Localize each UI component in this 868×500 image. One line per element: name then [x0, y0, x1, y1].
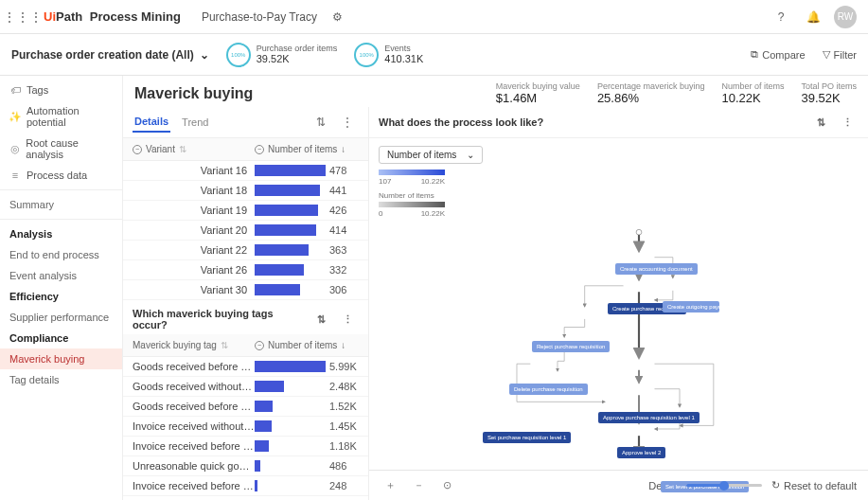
process-node[interactable]: Create accounting document: [615, 263, 698, 275]
table-row[interactable]: Goods received before PO ...5.99K: [123, 357, 368, 377]
col-tag[interactable]: Maverick buying tag: [133, 340, 217, 350]
row-label: Variant 30: [133, 284, 255, 295]
avatar[interactable]: RW: [834, 6, 857, 28]
process-node[interactable]: Delete purchase requisition: [509, 384, 588, 395]
sort-icon[interactable]: ⇅: [809, 111, 832, 134]
process-node[interactable]: Set purchase requisition level 1: [483, 432, 571, 443]
sort-down-icon[interactable]: ↓: [341, 144, 345, 154]
table-row[interactable]: Variant 19426: [123, 201, 368, 221]
kpi-donut-label: Purchase order items: [257, 45, 338, 54]
compare-button[interactable]: ⧉ Compare: [751, 48, 805, 61]
sidebar-group-head: Analysis: [0, 223, 122, 244]
row-value: 1.45K: [326, 420, 359, 432]
sidebar-icon: ✨: [9, 111, 21, 123]
filter-label: Filter: [834, 49, 857, 61]
kpi-bar: Purchase order creation date (All) ⌄ 100…: [0, 34, 868, 76]
sidebar-subitem[interactable]: Event analysis: [0, 265, 122, 286]
process-node[interactable]: Set level 2 purchase requisition: [661, 481, 749, 492]
help-icon[interactable]: ?: [770, 6, 792, 28]
gear-icon[interactable]: ⚙: [327, 6, 349, 28]
sort-icon[interactable]: ⇅: [310, 111, 332, 134]
table-row[interactable]: Invoice received before PO...1.18K: [123, 437, 368, 456]
tab-details[interactable]: Details: [133, 112, 170, 133]
kpi-donut-events[interactable]: 100% Events 410.31K: [354, 43, 423, 67]
row-value: 332: [326, 264, 359, 276]
table-row[interactable]: Invoice received without P...1.45K: [123, 417, 368, 437]
reset-button[interactable]: ↻ Reset to default: [771, 479, 857, 491]
sidebar-item[interactable]: ◎Root cause analysis: [0, 133, 122, 165]
row-value: 441: [326, 185, 359, 196]
menu-icon[interactable]: ⋮: [836, 111, 859, 134]
col-variant[interactable]: Variant: [146, 144, 175, 154]
collapse-icon[interactable]: −: [255, 341, 264, 350]
sidebar-subitem[interactable]: Tag details: [0, 369, 122, 390]
menu-icon[interactable]: ⋮: [336, 308, 359, 330]
table-row[interactable]: Variant 18441: [123, 181, 368, 201]
zoom-in-button[interactable]: ＋: [381, 478, 399, 492]
sidebar-item[interactable]: 🏷Tags: [0, 80, 122, 100]
table-row[interactable]: Invoice received before PO...248: [123, 476, 368, 496]
kpi-value: 25.86%: [597, 91, 705, 105]
date-filter[interactable]: Purchase order creation date (All) ⌄: [11, 48, 209, 62]
collapse-icon[interactable]: −: [255, 145, 264, 154]
kpi-donut-po-items[interactable]: 100% Purchase order items 39.52K: [226, 43, 338, 67]
bar: [255, 480, 257, 491]
reset-icon: ↻: [771, 479, 780, 491]
variant-table-body: Variant 16478Variant 18441Variant 19426V…: [123, 161, 368, 300]
project-name[interactable]: Purchase-to-Pay Tracy: [202, 10, 317, 24]
zoom-out-button[interactable]: －: [409, 478, 428, 492]
col-number[interactable]: Number of items: [268, 144, 337, 154]
collapse-icon[interactable]: −: [133, 145, 142, 154]
table-row[interactable]: Goods received without P...2.48K: [123, 377, 368, 397]
table-row[interactable]: Goods received before PO ...1.52K: [123, 397, 368, 417]
table-row[interactable]: Variant 26332: [123, 260, 368, 280]
kpi-value: $1.46M: [496, 91, 580, 105]
compare-icon: ⧉: [751, 48, 758, 61]
tags-table-body: Goods received before PO ...5.99KGoods r…: [123, 357, 368, 500]
sidebar-subitem[interactable]: Summary: [0, 194, 122, 215]
col-number[interactable]: Number of items: [268, 340, 337, 350]
kpi-title: Percentage maverick buying: [597, 81, 705, 91]
sidebar-item[interactable]: ≡Process data: [0, 165, 122, 186]
bell-icon[interactable]: 🔔: [802, 6, 824, 28]
donut-icon: 100%: [354, 43, 379, 67]
metric-select[interactable]: Number of items ⌄: [379, 146, 483, 164]
process-node[interactable]: Approve level 2: [617, 447, 665, 458]
row-value: 486: [326, 460, 359, 472]
table-row[interactable]: Variant 30306: [123, 280, 368, 300]
menu-icon[interactable]: ⋮: [336, 111, 359, 134]
sort-icon[interactable]: ⇅: [310, 308, 332, 330]
bar: [255, 165, 326, 176]
sort-icon[interactable]: ⇅: [221, 340, 228, 350]
row-label: Variant 26: [133, 264, 255, 276]
process-node[interactable]: Create outgoing payment: [663, 301, 719, 312]
table-row[interactable]: Unreasonable quick goods...486: [123, 456, 368, 476]
row-value: 1.52K: [326, 401, 359, 412]
legend-edges: Number of items 010.22K: [379, 191, 483, 218]
process-graph[interactable]: Create accounting document Create purcha…: [369, 225, 868, 470]
row-value: 414: [326, 224, 359, 236]
row-label: Goods received without P...: [133, 381, 255, 392]
sidebar-subitem[interactable]: End to end process: [0, 244, 122, 265]
tab-trend[interactable]: Trend: [180, 113, 210, 132]
sort-icon[interactable]: ⇅: [179, 144, 186, 154]
kpi-title: Maverick buying value: [496, 81, 580, 91]
apps-icon[interactable]: ⋮⋮⋮: [11, 6, 34, 28]
filter-icon: ▽: [823, 48, 830, 61]
process-node[interactable]: Approve purchase requisition level 1: [598, 412, 700, 423]
filter-button[interactable]: ▽ Filter: [823, 48, 857, 61]
tags-section-title: Which maverick buying tags occur? ⇅ ⋮: [123, 300, 368, 334]
sort-down-icon[interactable]: ↓: [341, 340, 345, 350]
sidebar-item[interactable]: ✨Automation potential: [0, 100, 122, 133]
row-label: Variant 16: [133, 165, 255, 176]
sidebar-subitem[interactable]: Maverick buying: [0, 348, 122, 369]
table-row[interactable]: Variant 20414: [123, 221, 368, 241]
row-label: Unreasonable quick goods...: [133, 460, 255, 472]
zoom-fit-button[interactable]: ⊙: [437, 479, 456, 491]
table-row[interactable]: Variant 16478: [123, 161, 368, 181]
process-node[interactable]: Reject purchase requisition: [532, 341, 610, 352]
table-row[interactable]: Variant 22363: [123, 241, 368, 260]
process-bottom-bar: ＋ － ⊙ Details ↻ Reset to default: [369, 470, 868, 500]
sidebar-subitem[interactable]: Supplier performance: [0, 307, 122, 328]
row-label: Variant 19: [133, 205, 255, 216]
